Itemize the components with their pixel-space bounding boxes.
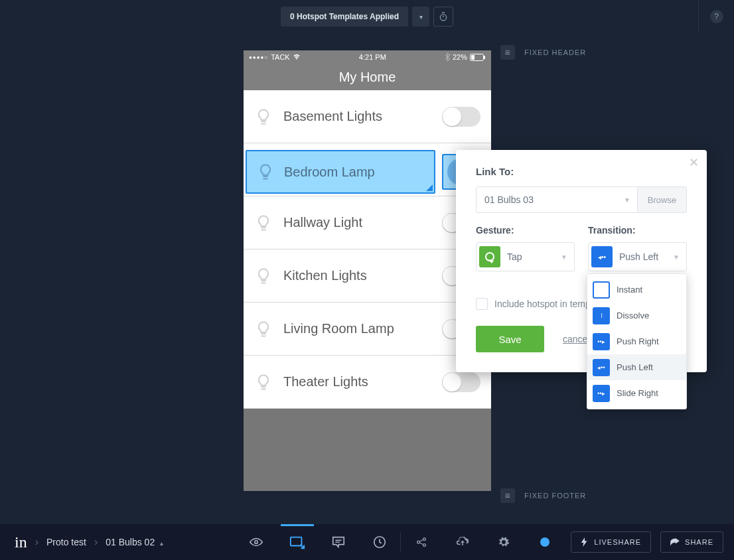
fixed-footer-region[interactable]: ≡ FIXED FOOTER	[500, 488, 586, 503]
svg-rect-2	[471, 55, 475, 60]
hotspot-templates-pill[interactable]: 0 Hotspot Templates Applied	[281, 7, 408, 27]
transition-option-instant[interactable]: Instant	[587, 277, 686, 303]
dissolve-icon: ⁞	[593, 307, 610, 324]
battery-percent: 22%	[453, 53, 467, 61]
tap-gesture-icon	[479, 246, 500, 267]
top-bar: 0 Hotspot Templates Applied ▾ ?	[0, 0, 734, 33]
fixed-header-region[interactable]: ≡ FIXED HEADER	[500, 45, 586, 60]
bottom-bar: in › Proto test › 01 Bulbs 02 ▴	[0, 524, 734, 560]
slide-right-icon: ••▸	[593, 385, 610, 402]
liveshare-label: LIVESHARE	[594, 538, 641, 546]
push-left-icon: ◂••	[591, 246, 613, 267]
presence-indicator[interactable]	[524, 524, 565, 560]
toggle-switch[interactable]	[442, 107, 480, 127]
bulb-icon	[254, 373, 273, 391]
list-item[interactable]: Kitchen Lights	[244, 249, 491, 303]
chevron-down-icon: ▼	[624, 196, 630, 204]
list-item-label: Hallway Light	[283, 215, 431, 230]
chevron-down-icon: ▼	[561, 253, 567, 261]
cancel-button[interactable]: cancel	[563, 334, 589, 344]
history-mode-button[interactable]	[359, 524, 400, 560]
option-label: Dissolve	[617, 311, 649, 320]
breadcrumb-screen[interactable]: 01 Bulbs 02 ▴	[106, 537, 163, 547]
option-label: Instant	[617, 285, 642, 295]
drag-icon: ≡	[500, 488, 515, 503]
svg-rect-5	[291, 537, 302, 546]
push-right-icon: ••▸	[593, 333, 610, 350]
hotspot-rect-bedroom-lamp[interactable]: Bedroom Lamp	[246, 150, 435, 194]
screen-name: 01 Bulbs 02	[106, 537, 155, 547]
cloud-upload-icon[interactable]	[442, 524, 483, 560]
gesture-heading: Gesture:	[476, 225, 575, 236]
share-label: SHARE	[685, 538, 713, 546]
bulb-icon	[256, 163, 275, 181]
linkto-value: 01 Bulbs 03	[484, 194, 534, 205]
status-bar: ●●●●○ TACK 4:21 PM 22%	[244, 50, 491, 64]
hotspot-overlay: Bedroom Lamp	[246, 150, 489, 196]
signal-dots-icon: ●●●●○	[249, 54, 268, 60]
chevron-up-icon: ▴	[160, 539, 163, 547]
gesture-select[interactable]: Tap ▼	[476, 242, 575, 271]
battery-icon	[470, 54, 486, 61]
list-item-label: Living Room Lamp	[283, 321, 431, 336]
preview-mode-button[interactable]	[236, 524, 277, 560]
wifi-icon	[293, 54, 301, 60]
chevron-right-icon: ›	[94, 536, 98, 548]
list-item-label: Theater Lights	[283, 374, 431, 389]
timer-button[interactable]	[433, 7, 453, 27]
transition-dropdown: Instant ⁞ Dissolve ••▸ Push Right ◂•• Pu…	[587, 273, 687, 409]
transition-option-dissolve[interactable]: ⁞ Dissolve	[587, 303, 686, 328]
invision-logo[interactable]: in	[15, 533, 27, 551]
transition-option-slide-right[interactable]: ••▸ Slide Right	[587, 380, 686, 406]
instant-icon	[593, 281, 610, 299]
list-item[interactable]: Basement Lights	[244, 90, 491, 143]
comment-mode-button[interactable]	[318, 524, 359, 560]
transition-option-push-right[interactable]: ••▸ Push Right	[587, 328, 686, 354]
help-button[interactable]: ?	[710, 10, 723, 23]
lights-list: Basement Lights Bedroom Lamp Hallway Lig…	[244, 90, 491, 409]
toggle-switch[interactable]	[442, 372, 480, 392]
linkto-heading: Link To:	[476, 166, 687, 177]
gesture-value: Tap	[507, 251, 522, 262]
liveshare-button[interactable]: LIVESHARE	[571, 531, 651, 553]
browse-button[interactable]: Browse	[638, 186, 687, 213]
transition-value: Push Left	[619, 251, 658, 262]
push-left-icon: ◂••	[593, 359, 610, 376]
drag-icon: ≡	[500, 45, 515, 60]
settings-icon[interactable]	[483, 524, 524, 560]
phone-mock: ●●●●○ TACK 4:21 PM 22% My Home Basement …	[244, 50, 491, 491]
close-icon[interactable]: ✕	[689, 155, 699, 170]
resize-handle-icon[interactable]	[426, 184, 433, 191]
carrier-label: TACK	[271, 53, 290, 61]
option-label: Slide Right	[617, 388, 658, 398]
transition-select[interactable]: ◂•• Push Left ▼	[588, 242, 687, 271]
svg-rect-3	[484, 56, 485, 59]
save-button[interactable]: Save	[476, 326, 544, 352]
hotspot-label: Bedroom Lamp	[284, 165, 375, 180]
share-button[interactable]: SHARE	[660, 531, 723, 553]
linkto-select[interactable]: 01 Bulbs 03 ▼	[476, 186, 638, 213]
share-network-icon[interactable]	[401, 524, 442, 560]
fixed-footer-label: FIXED FOOTER	[524, 492, 586, 500]
transition-heading: Transition:	[588, 225, 687, 236]
svg-point-4	[255, 541, 258, 544]
list-item-label: Basement Lights	[283, 109, 431, 124]
bluetooth-icon	[445, 53, 450, 61]
screen-title: My Home	[244, 64, 491, 90]
transition-option-push-left[interactable]: ◂•• Push Left	[587, 354, 686, 380]
list-item[interactable]: Theater Lights	[244, 356, 491, 409]
breadcrumb-project[interactable]: Proto test	[46, 537, 86, 547]
hotspot-templates-caret[interactable]: ▾	[412, 7, 429, 27]
fixed-header-label: FIXED HEADER	[524, 48, 586, 56]
list-item[interactable]: Living Room Lamp	[244, 303, 491, 356]
status-time: 4:21 PM	[359, 53, 386, 61]
help-area: ?	[698, 0, 734, 33]
build-mode-button[interactable]	[277, 524, 318, 560]
chevron-down-icon: ▼	[673, 253, 680, 261]
bulb-icon	[254, 320, 273, 338]
list-item-label: Kitchen Lights	[283, 268, 431, 283]
list-item[interactable]: Hallway Light	[244, 196, 491, 249]
chevron-right-icon: ›	[35, 536, 38, 548]
bulb-icon	[254, 107, 273, 126]
include-in-template-checkbox[interactable]	[476, 298, 488, 310]
